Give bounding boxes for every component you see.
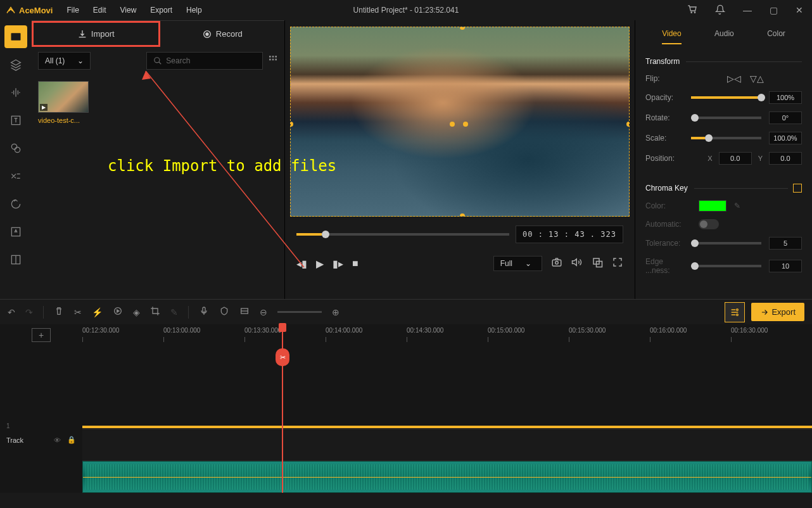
detach-icon[interactable] [592, 257, 603, 270]
timeline-tracks[interactable] [0, 347, 812, 493]
rail-audio[interactable] [4, 81, 27, 104]
eyedropper-icon[interactable]: ✎ [734, 201, 740, 210]
snapshot-icon[interactable] [551, 257, 562, 270]
media-thumbnail[interactable]: video-test-c... [38, 81, 89, 124]
search-input[interactable]: Search [146, 52, 263, 70]
edge-value[interactable]: 10 [769, 260, 802, 272]
edge-label: Edge ...ness: [645, 257, 683, 275]
svg-point-8 [155, 58, 160, 63]
track-label: Track [6, 436, 23, 444]
flip-horizontal-icon[interactable]: ▷◁ [727, 73, 741, 84]
svg-point-3 [15, 147, 20, 152]
tolerance-value[interactable]: 5 [769, 237, 802, 250]
rail-animations[interactable] [4, 193, 27, 215]
tab-audio[interactable]: Audio [714, 29, 734, 44]
fit-dropdown[interactable]: Full⌄ [493, 256, 542, 271]
split-icon[interactable]: ✂ [276, 348, 289, 366]
marker-icon[interactable] [219, 306, 229, 318]
rail-elements[interactable] [4, 220, 27, 243]
time-tick: 00:14:30.000 [407, 327, 443, 334]
app-logo: AceMovi [5, 4, 53, 16]
media-filter-dropdown[interactable]: All (1)⌄ [38, 52, 91, 70]
next-frame-button[interactable]: ▮▸ [333, 258, 343, 270]
rail-media[interactable] [4, 25, 27, 48]
svg-rect-12 [269, 59, 271, 61]
import-button[interactable]: Import [32, 21, 160, 47]
grid-view-icon[interactable] [268, 54, 278, 67]
zoom-in-icon[interactable]: ⊕ [332, 307, 339, 317]
timecode-display: 00 : 13 : 43 . 323 [516, 225, 623, 243]
flip-label: Flip: [645, 74, 683, 83]
rail-transitions[interactable] [4, 165, 27, 187]
section-chroma: Chroma Key [645, 177, 802, 196]
edit-icon[interactable]: ✎ [170, 307, 178, 317]
stop-button[interactable]: ■ [352, 258, 358, 269]
rail-filters[interactable] [4, 137, 27, 160]
play-button[interactable]: ▶ [316, 258, 324, 270]
speed-icon[interactable]: ⚡ [92, 307, 103, 317]
time-tick: 00:16:00.000 [650, 327, 687, 334]
svg-rect-11 [275, 56, 277, 58]
close-button[interactable]: ✕ [792, 4, 807, 16]
zoom-slider[interactable] [277, 311, 322, 313]
edge-slider[interactable] [691, 265, 761, 267]
audio-clip[interactable] [82, 461, 812, 493]
scale-slider[interactable] [691, 137, 761, 139]
menu-export[interactable]: Export [144, 3, 179, 17]
tab-color[interactable]: Color [767, 29, 785, 44]
playhead[interactable]: ✂ [282, 324, 283, 493]
cart-icon[interactable] [683, 3, 701, 18]
menu-view[interactable]: View [114, 3, 143, 17]
prev-frame-button[interactable]: ◂▮ [296, 258, 307, 270]
preview-canvas[interactable] [290, 27, 630, 217]
time-tick: 00:13:00.000 [163, 327, 200, 334]
svg-rect-10 [272, 56, 274, 58]
opacity-slider[interactable] [691, 96, 761, 99]
thumbnail-icon[interactable] [239, 306, 250, 318]
keyframe-icon[interactable]: ◈ [133, 307, 140, 317]
fullscreen-icon[interactable] [612, 257, 623, 270]
automatic-toggle[interactable] [699, 219, 719, 229]
speed-curve-icon[interactable] [113, 306, 123, 318]
delete-icon[interactable] [54, 306, 64, 318]
rail-split[interactable] [4, 248, 27, 271]
rotate-value[interactable]: 0° [769, 111, 802, 124]
track-visibility-icon[interactable]: 👁 [54, 436, 61, 444]
scale-label: Scale: [645, 134, 683, 143]
chroma-enable-checkbox[interactable] [793, 184, 802, 193]
seek-slider[interactable] [296, 233, 509, 236]
menu-file[interactable]: File [60, 3, 85, 17]
menu-help[interactable]: Help [180, 3, 208, 17]
chroma-color-swatch[interactable] [699, 200, 726, 212]
rail-layers[interactable] [4, 53, 27, 76]
minimize-button[interactable]: — [739, 4, 756, 16]
record-button[interactable]: Record [160, 21, 285, 47]
color-label: Color: [645, 201, 683, 210]
menu-edit[interactable]: Edit [87, 3, 113, 17]
track-lock-icon[interactable]: 🔒 [67, 436, 76, 444]
scale-value[interactable]: 100.0% [769, 132, 802, 144]
undo-icon[interactable]: ↶ [8, 307, 15, 317]
cut-icon[interactable]: ✂ [74, 307, 82, 317]
tab-video[interactable]: Video [662, 29, 681, 44]
bell-icon[interactable] [711, 3, 729, 18]
crop-icon[interactable] [150, 306, 160, 318]
rail-text[interactable] [4, 109, 27, 132]
position-x-input[interactable]: 0.0 [719, 152, 752, 165]
volume-icon[interactable] [571, 257, 583, 270]
redo-icon[interactable]: ↷ [25, 307, 33, 317]
timeline-settings-button[interactable] [725, 302, 745, 322]
maximize-button[interactable]: ▢ [766, 4, 782, 16]
voiceover-icon[interactable] [199, 306, 209, 318]
export-button[interactable]: Export [751, 303, 804, 321]
svg-rect-14 [275, 59, 277, 61]
position-y-input[interactable]: 0.0 [769, 152, 802, 165]
rotate-slider[interactable] [691, 117, 761, 119]
opacity-value[interactable]: 100% [769, 91, 802, 104]
svg-rect-0 [11, 33, 21, 41]
svg-line-15 [146, 71, 304, 267]
flip-vertical-icon[interactable]: ▽△ [750, 73, 764, 84]
zoom-out-icon[interactable]: ⊖ [260, 307, 267, 317]
tolerance-slider[interactable] [691, 242, 761, 244]
add-track-button[interactable]: + [32, 328, 51, 342]
